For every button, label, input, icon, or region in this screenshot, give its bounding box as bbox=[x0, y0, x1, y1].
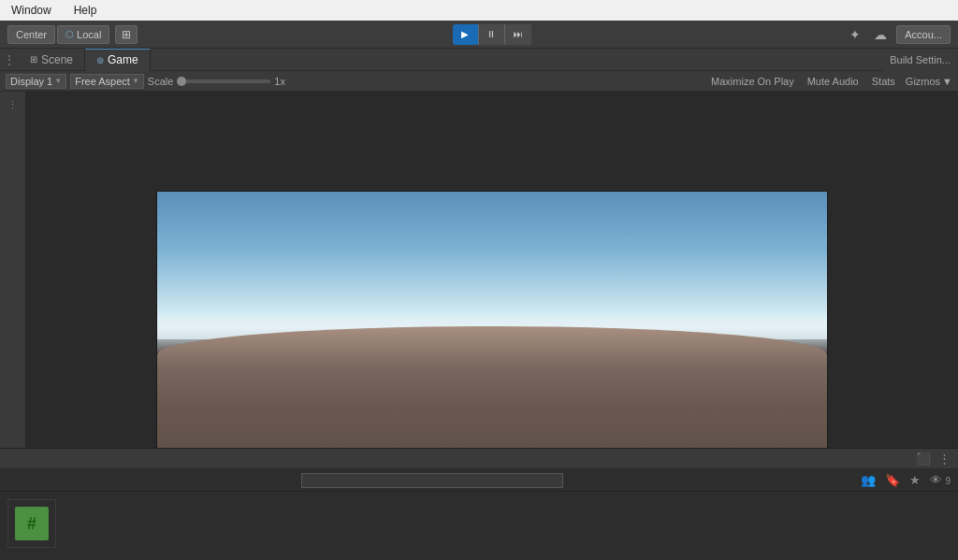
eye-icon-button[interactable]: 👁 9 bbox=[928, 471, 952, 489]
gizmos-arrow-icon: ▼ bbox=[942, 76, 952, 87]
aspect-dropdown[interactable]: Free Aspect ▼ bbox=[70, 74, 144, 89]
grid-button[interactable]: ⊞ bbox=[115, 25, 138, 44]
ground-layer bbox=[157, 326, 827, 461]
star-icon-button[interactable]: ★ bbox=[907, 471, 922, 489]
toolbar: Center ⬡ Local ⊞ ▶ ⏸ ⏭ ✦ ☁ Accou... bbox=[0, 21, 958, 49]
play-button[interactable]: ▶ bbox=[453, 24, 479, 45]
gizmos-label: Gizmos bbox=[906, 76, 940, 87]
bottom-panel: ⬛ ⋮ 👥 🔖 ★ 👁 9 bbox=[0, 448, 958, 560]
search-input[interactable] bbox=[301, 473, 563, 488]
pause-button[interactable]: ⏸ bbox=[479, 24, 505, 45]
panel-header: ⋮ ⊞ Scene ⊛ Game ⋮ Build Settin... bbox=[0, 49, 958, 71]
game-toolbar-right: Maximize On Play Mute Audio Stats Gizmos… bbox=[708, 75, 952, 88]
build-settings-link[interactable]: Build Settin... bbox=[882, 49, 958, 71]
spark-button[interactable]: ✦ bbox=[846, 25, 864, 44]
play-controls: ▶ ⏸ ⏭ bbox=[453, 24, 531, 45]
game-tab-label: Game bbox=[108, 53, 138, 66]
save-icon: ⬛ bbox=[916, 452, 931, 466]
grid-icon: ⊞ bbox=[122, 28, 131, 41]
aspect-arrow-icon: ▼ bbox=[132, 77, 139, 85]
star-icon: ★ bbox=[909, 473, 921, 487]
display-dropdown[interactable]: Display 1 ▼ bbox=[6, 74, 66, 89]
people-icon: 👥 bbox=[861, 473, 876, 487]
cloud-button[interactable]: ☁ bbox=[870, 25, 891, 44]
file-icon-image: # bbox=[15, 507, 49, 540]
local-button[interactable]: ⬡ Local bbox=[57, 25, 109, 44]
scale-slider[interactable] bbox=[177, 79, 270, 83]
gizmos-button[interactable]: Gizmos ▼ bbox=[906, 76, 952, 87]
cube-icon: ⬡ bbox=[65, 29, 74, 39]
scale-value: 1x bbox=[274, 76, 285, 87]
pivot-label: Center bbox=[16, 29, 47, 40]
menu-window[interactable]: Window bbox=[7, 2, 55, 19]
menu-help[interactable]: Help bbox=[70, 2, 101, 19]
cloud-icon: ☁ bbox=[874, 27, 887, 42]
bookmark-icon: 🔖 bbox=[885, 473, 900, 487]
mute-audio-button[interactable]: Mute Audio bbox=[805, 75, 862, 88]
scene-tab-label: Scene bbox=[41, 53, 73, 66]
file-icon-item[interactable]: # bbox=[7, 499, 56, 548]
scale-control: Scale 1x bbox=[148, 76, 285, 87]
game-icon: ⊛ bbox=[96, 55, 104, 65]
search-bar-area: 👥 🔖 ★ 👁 9 bbox=[0, 469, 958, 492]
stats-button[interactable]: Stats bbox=[869, 75, 898, 88]
game-toolbar: Display 1 ▼ Free Aspect ▼ Scale 1x Maxim… bbox=[0, 71, 958, 92]
file-area: # bbox=[0, 492, 958, 555]
badge-count: 9 bbox=[945, 476, 951, 486]
bottom-icons-right: ⬛ ⋮ bbox=[914, 450, 952, 467]
bottom-more-button[interactable]: ⋮ bbox=[936, 450, 952, 467]
eye-icon: 👁 bbox=[930, 473, 942, 487]
local-label: Local bbox=[77, 29, 101, 40]
panel-drag-handle[interactable]: ⋮ bbox=[0, 53, 19, 66]
search-input-wrap bbox=[6, 473, 859, 488]
maximize-on-play-button[interactable]: Maximize On Play bbox=[708, 75, 797, 88]
strip-more-button[interactable]: ⋮ bbox=[4, 95, 22, 114]
step-button[interactable]: ⏭ bbox=[505, 24, 531, 45]
scale-text: Scale bbox=[148, 76, 174, 87]
tab-game[interactable]: ⊛ Game bbox=[85, 49, 151, 71]
spark-icon: ✦ bbox=[849, 27, 861, 42]
pivot-group: Center ⬡ Local bbox=[7, 25, 109, 44]
scene-icon: ⊞ bbox=[30, 54, 37, 65]
bookmark-icon-button[interactable]: 🔖 bbox=[883, 471, 902, 489]
bottom-right-icons: 👥 🔖 ★ 👁 9 bbox=[859, 471, 952, 489]
bottom-panel-header: ⬛ ⋮ bbox=[0, 449, 958, 469]
people-icon-button[interactable]: 👥 bbox=[859, 471, 878, 489]
strip-more-icon: ⋮ bbox=[7, 99, 18, 111]
bottom-more-icon: ⋮ bbox=[938, 452, 951, 466]
account-button[interactable]: Accou... bbox=[896, 25, 951, 44]
hash-icon: # bbox=[27, 514, 36, 534]
display-label: Display 1 bbox=[10, 76, 52, 87]
scale-thumb bbox=[177, 77, 186, 86]
game-canvas bbox=[156, 191, 828, 462]
tab-scene[interactable]: ⊞ Scene bbox=[19, 49, 85, 71]
pivot-button[interactable]: Center bbox=[7, 25, 55, 44]
save-layout-button[interactable]: ⬛ bbox=[914, 450, 933, 467]
menu-bar: Window Help bbox=[0, 0, 958, 21]
aspect-label: Free Aspect bbox=[75, 76, 130, 87]
display-arrow-icon: ▼ bbox=[54, 77, 62, 85]
